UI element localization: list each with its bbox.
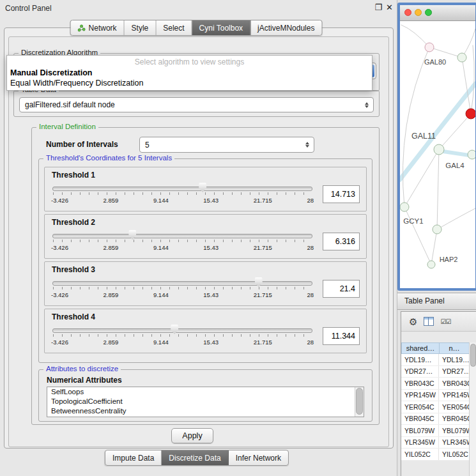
tab-network-label: Network — [89, 24, 117, 33]
float-window-icon[interactable]: ❐ — [374, 3, 382, 13]
network-window-titlebar[interactable] — [400, 5, 475, 21]
attribute-list-item[interactable]: BetweennessCentrality — [47, 406, 364, 416]
apply-button[interactable]: Apply — [171, 428, 213, 443]
threshold-panel-1: Threshold 1 -3.4262.8599.14415.4321.7152… — [44, 167, 367, 211]
threshold-3-label: Threshold 3 — [52, 265, 360, 274]
scale-label: 21.715 — [254, 291, 272, 298]
column-selector-icon[interactable] — [424, 317, 434, 326]
table-panel-header[interactable]: Table Panel — [397, 293, 476, 310]
minimize-traffic-light-icon[interactable] — [415, 9, 422, 16]
list-scrollbar-thumb[interactable] — [356, 388, 363, 415]
tab-jactivemodules[interactable]: jActiveMNodules — [250, 20, 321, 35]
threshold-3-slider[interactable]: -3.4262.8599.14415.4321.71528 — [51, 275, 314, 302]
table-row[interactable]: YDL19… YDL19… — [401, 354, 470, 366]
table-row[interactable]: YBR043C YBR043C — [401, 378, 470, 390]
table-row[interactable]: YER054C YER054C — [401, 401, 470, 413]
threshold-1-label: Threshold 1 — [52, 171, 360, 180]
tab-infer-network[interactable]: Infer Network — [229, 450, 288, 465]
slider-track[interactable] — [52, 234, 312, 238]
slider-track[interactable] — [52, 328, 312, 333]
slider-ticks — [53, 240, 312, 242]
threshold-2-label: Threshold 2 — [52, 218, 360, 227]
tab-discretize-data[interactable]: Discretize Data — [162, 450, 228, 465]
table-scrollbar-thumb[interactable] — [470, 344, 476, 367]
network-canvas[interactable]: GAL80GAL11GAL4GCY1HAP2 — [400, 21, 475, 288]
table-row[interactable]: YBR045C YBR045C — [401, 413, 470, 426]
table-data-combobox[interactable]: galFiltered.sif default node — [19, 97, 374, 112]
cell-name: YDL19… — [439, 354, 470, 365]
cell-name: YER054C — [439, 401, 470, 413]
combobox-stepper-icon[interactable] — [302, 142, 314, 148]
cell-name: YIL052C — [439, 449, 470, 460]
table-row[interactable]: YPR145W YPR145W — [401, 390, 470, 402]
threshold-4-slider[interactable]: -3.4262.8599.14415.4321.71528 — [51, 323, 314, 349]
scale-label: 21.715 — [254, 244, 272, 251]
select-columns-icon[interactable]: ☑☑ — [440, 318, 450, 325]
table-row[interactable]: YBL079W YBL079W — [401, 425, 470, 437]
close-window-icon[interactable]: ✕ — [386, 3, 393, 13]
network-icon — [78, 24, 86, 32]
tab-style-label: Style — [132, 24, 149, 33]
dropdown-option-manual-discretization[interactable]: Manual Discretization — [7, 68, 372, 78]
attribute-list-item[interactable]: SelfLoops — [47, 387, 364, 397]
column-header-shared-name[interactable]: shared… — [401, 342, 440, 354]
threshold-panel-3: Threshold 3 -3.4262.8599.14415.4321.7152… — [44, 261, 367, 306]
table-row[interactable]: YLR345W YLR345W — [401, 437, 470, 449]
threshold-2-value[interactable]: 6.316 — [323, 233, 360, 250]
scale-label: -3.426 — [51, 291, 68, 298]
tab-select[interactable]: Select — [156, 20, 192, 35]
tab-network[interactable]: Network — [71, 20, 125, 35]
node-table: shared… n… YDL19… YDL19… YDR27… YDR27… Y… — [401, 342, 470, 476]
interval-definition-title: Interval Definition — [36, 123, 98, 130]
slider-scale: -3.4262.8599.14415.4321.71528 — [51, 291, 314, 298]
gear-icon[interactable]: ⚙ — [409, 317, 417, 326]
dropdown-option-equal-width[interactable]: Equal Width/Frequency Discretization — [7, 78, 372, 88]
tab-impute-data[interactable]: Impute Data — [105, 450, 162, 465]
column-header-name[interactable]: n… — [440, 342, 470, 354]
slider-ticks — [53, 192, 312, 195]
scale-label: 21.715 — [254, 339, 272, 346]
slider-track[interactable] — [52, 281, 312, 286]
scale-label: 28 — [307, 291, 314, 298]
attributes-group: Attributes to discretize Numerical Attri… — [38, 369, 372, 422]
tab-cyni-toolbox[interactable]: Cyni Toolbox — [192, 20, 250, 35]
zoom-traffic-light-icon[interactable] — [425, 9, 432, 16]
cyni-toolbox-panel: Discretization Algorithm Table Data galF… — [8, 36, 389, 447]
close-traffic-light-icon[interactable] — [404, 9, 411, 16]
scale-label: 28 — [307, 197, 314, 204]
table-data-combobox-value: galFiltered.sif default node — [20, 100, 362, 109]
svg-text:GAL11: GAL11 — [411, 132, 436, 141]
attributes-listbox[interactable]: SelfLoopsTopologicalCoefficientBetweenne… — [47, 387, 364, 417]
control-panel-titlebar[interactable]: Control Panel ❐ ✕ — [0, 0, 397, 17]
threshold-1-value[interactable]: 14.713 — [323, 185, 360, 203]
attributes-group-title: Attributes to discretize — [43, 365, 121, 372]
table-row[interactable]: YIL052C YIL052C — [401, 449, 470, 461]
threshold-1-slider[interactable]: -3.4262.8599.14415.4321.71528 — [51, 181, 314, 208]
threshold-3-value[interactable]: 21.4 — [323, 280, 360, 298]
threshold-4-value[interactable]: 11.344 — [323, 327, 360, 345]
network-view-window[interactable]: GAL80GAL11GAL4GCY1HAP2 — [397, 3, 476, 291]
num-intervals-combobox[interactable]: 5 — [139, 137, 314, 153]
network-graph[interactable]: GAL80GAL11GAL4GCY1HAP2 — [400, 21, 475, 291]
table-panel-window: ⚙ ☑☑ shared… n… YDL19… YDL19… YDR27… YDR… — [401, 311, 476, 476]
attribute-list-item[interactable]: TopologicalCoefficient — [47, 397, 364, 406]
slider-scale: -3.4262.8599.14415.4321.71528 — [51, 339, 314, 346]
slider-track[interactable] — [52, 187, 312, 191]
threshold-4-label: Threshold 4 — [52, 312, 360, 321]
scale-label: 9.144 — [153, 244, 169, 251]
cell-name: YPR145W — [439, 390, 470, 401]
table-row[interactable]: YDR27… YDR27… — [401, 366, 470, 378]
scale-label: 28 — [307, 339, 314, 346]
cell-shared-name: YBR045C — [401, 413, 439, 425]
scale-label: 15.43 — [203, 339, 219, 346]
threshold-2-slider[interactable]: -3.4262.8599.14415.4321.71528 — [51, 228, 314, 255]
interval-definition-group: Interval Definition Number of Intervals … — [31, 127, 380, 425]
cell-shared-name: YBR043C — [401, 378, 439, 389]
cell-shared-name: YPR145W — [401, 390, 439, 401]
thresholds-group-title: Threshold's Coordinates for 5 Intervals — [43, 154, 174, 162]
scale-label: -3.426 — [51, 197, 68, 204]
tab-style[interactable]: Style — [125, 20, 157, 35]
combobox-stepper-icon[interactable] — [362, 102, 373, 108]
list-scrollbar[interactable] — [355, 387, 364, 417]
table-scrollbar[interactable] — [469, 342, 476, 476]
